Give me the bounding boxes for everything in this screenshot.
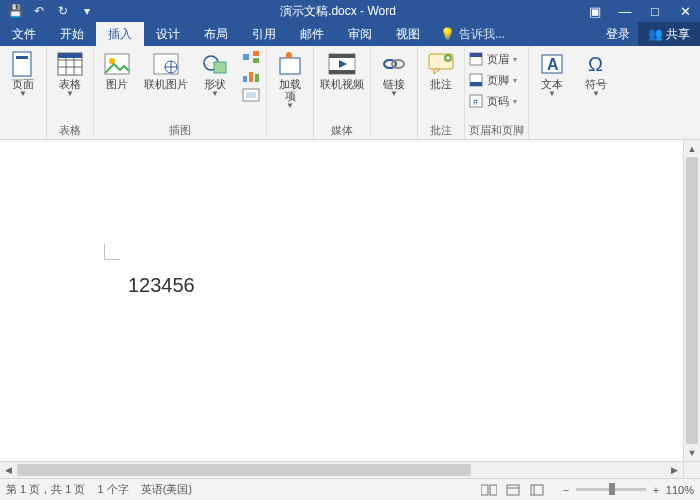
svg-rect-17 <box>253 51 259 56</box>
illus-small-buttons <box>240 48 262 104</box>
save-icon[interactable]: 💾 <box>6 2 24 20</box>
group-pages: 页面 ▼ <box>0 46 47 139</box>
scroll-up-icon[interactable]: ▲ <box>684 140 700 157</box>
qat-dropdown-icon[interactable]: ▾ <box>78 2 96 20</box>
chart-button[interactable] <box>240 67 262 85</box>
svg-rect-8 <box>105 54 129 74</box>
comment-button[interactable]: 批注 <box>422 48 460 90</box>
pictures-button[interactable]: 图片 <box>98 48 136 90</box>
read-mode-button[interactable] <box>478 482 500 498</box>
undo-icon[interactable]: ↶ <box>30 2 48 20</box>
group-media-label: 媒体 <box>318 123 366 139</box>
svg-rect-15 <box>214 62 226 73</box>
status-page[interactable]: 第 1 页，共 1 页 <box>6 482 85 497</box>
page-icon <box>9 50 37 78</box>
addins-button[interactable]: 加载 项 ▼ <box>271 48 309 110</box>
svg-rect-0 <box>13 52 31 76</box>
horizontal-scrollbar[interactable]: ◀ ▶ <box>0 461 700 478</box>
chevron-down-icon: ▼ <box>548 90 556 98</box>
svg-rect-46 <box>490 485 497 495</box>
document-page[interactable]: 123456 <box>0 140 683 461</box>
group-comments: 批注 批注 <box>418 46 465 139</box>
scroll-gap <box>683 462 700 478</box>
status-language[interactable]: 英语(美国) <box>141 482 192 497</box>
close-button[interactable]: ✕ <box>670 0 700 22</box>
vertical-scrollbar[interactable]: ▲ ▼ <box>683 140 700 461</box>
svg-rect-27 <box>329 70 355 74</box>
margin-corner <box>104 244 120 260</box>
textbox-button[interactable]: A 文本 ▼ <box>533 48 571 98</box>
status-words[interactable]: 1 个字 <box>97 482 128 497</box>
svg-rect-16 <box>243 54 249 60</box>
chevron-down-icon: ▼ <box>390 90 398 98</box>
vscroll-track[interactable] <box>684 157 700 444</box>
online-pictures-button[interactable]: 联机图片 <box>142 48 190 90</box>
scroll-right-icon[interactable]: ▶ <box>666 462 683 478</box>
tab-mailings[interactable]: 邮件 <box>288 22 336 46</box>
zoom-out-button[interactable]: − <box>560 484 572 496</box>
share-icon: 👥 <box>648 27 663 41</box>
tab-design[interactable]: 设计 <box>144 22 192 46</box>
zoom-slider-thumb[interactable] <box>609 483 615 495</box>
window-title: 演示文稿.docx - Word <box>96 3 580 20</box>
tab-file[interactable]: 文件 <box>0 22 48 46</box>
link-button[interactable]: 链接 ▼ <box>375 48 413 98</box>
print-layout-button[interactable] <box>502 482 524 498</box>
redo-icon[interactable]: ↻ <box>54 2 72 20</box>
minimize-button[interactable]: — <box>610 0 640 22</box>
svg-rect-45 <box>481 485 488 495</box>
ribbon-options-icon[interactable]: ▣ <box>580 0 610 22</box>
symbol-button[interactable]: Ω 符号 ▼ <box>577 48 615 98</box>
chevron-down-icon: ▼ <box>286 102 294 110</box>
document-content[interactable]: 123456 <box>128 274 195 297</box>
table-button[interactable]: 表格 ▼ <box>51 48 89 98</box>
comment-label: 批注 <box>430 78 452 90</box>
group-header-footer: 页眉 ▾ 页脚 ▾ # 页码 ▾ 页眉和页脚 <box>465 46 529 139</box>
web-layout-button[interactable] <box>526 482 548 498</box>
maximize-button[interactable]: □ <box>640 0 670 22</box>
group-illustrations: 图片 联机图片 形状 ▼ 插图 <box>94 46 267 139</box>
tab-view[interactable]: 视图 <box>384 22 432 46</box>
svg-rect-26 <box>329 54 355 58</box>
screenshot-button[interactable] <box>240 86 262 104</box>
footer-button[interactable]: 页脚 ▾ <box>469 71 517 89</box>
vscroll-thumb[interactable] <box>686 157 698 444</box>
svg-rect-24 <box>280 58 300 74</box>
group-tables: 表格 ▼ 表格 <box>47 46 94 139</box>
signin-button[interactable]: 登录 <box>598 22 638 46</box>
group-addins-label <box>271 138 309 139</box>
group-header-footer-label: 页眉和页脚 <box>469 123 524 139</box>
group-pages-label <box>4 138 42 139</box>
cover-page-button[interactable]: 页面 ▼ <box>4 48 42 98</box>
online-video-label: 联机视频 <box>320 78 364 90</box>
smartart-button[interactable] <box>240 48 262 66</box>
zoom-slider[interactable] <box>576 488 646 491</box>
hscroll-thumb[interactable] <box>17 464 471 476</box>
tell-me-label: 告诉我... <box>459 26 505 43</box>
page-number-button[interactable]: # 页码 ▾ <box>469 92 517 110</box>
share-button[interactable]: 👥 共享 <box>638 22 700 46</box>
ribbon-tabs: 文件 开始 插入 设计 布局 引用 邮件 审阅 视图 💡 告诉我... 登录 👥… <box>0 22 700 46</box>
scroll-down-icon[interactable]: ▼ <box>684 444 700 461</box>
svg-text:Ω: Ω <box>588 53 603 75</box>
tab-references[interactable]: 引用 <box>240 22 288 46</box>
svg-rect-1 <box>16 56 28 59</box>
page-number-label: 页码 <box>487 94 509 109</box>
video-icon <box>328 50 356 78</box>
zoom-in-button[interactable]: + <box>650 484 662 496</box>
svg-rect-23 <box>246 92 256 98</box>
tab-home[interactable]: 开始 <box>48 22 96 46</box>
header-button[interactable]: 页眉 ▾ <box>469 50 517 68</box>
svg-rect-49 <box>531 485 543 495</box>
online-video-button[interactable]: 联机视频 <box>318 48 366 90</box>
tab-insert[interactable]: 插入 <box>96 22 144 46</box>
zoom-level[interactable]: 110% <box>666 484 694 496</box>
scroll-left-icon[interactable]: ◀ <box>0 462 17 478</box>
addins-label: 加载 项 <box>279 78 301 102</box>
svg-rect-19 <box>243 76 247 82</box>
tell-me-search[interactable]: 💡 告诉我... <box>432 22 598 46</box>
tab-layout[interactable]: 布局 <box>192 22 240 46</box>
shapes-button[interactable]: 形状 ▼ <box>196 48 234 98</box>
tab-review[interactable]: 审阅 <box>336 22 384 46</box>
hscroll-track[interactable] <box>17 462 666 478</box>
